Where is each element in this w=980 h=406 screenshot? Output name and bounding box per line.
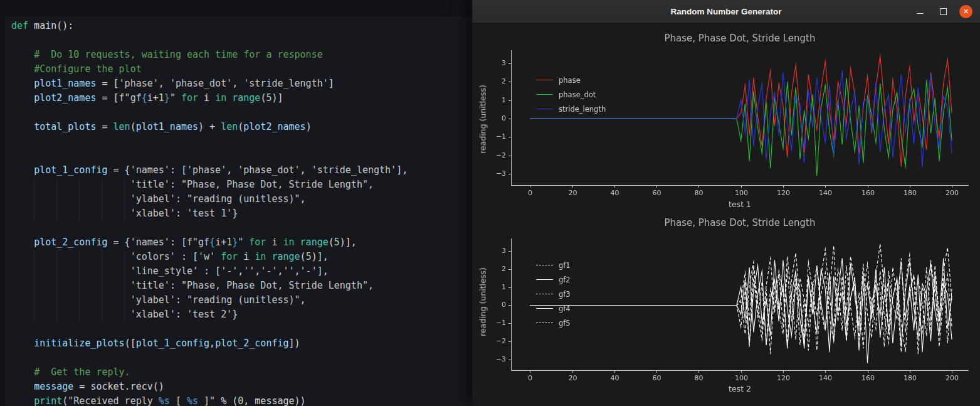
legend-item: gf4 [536, 301, 571, 316]
legend-label: gf4 [559, 304, 571, 313]
maximize-icon [940, 8, 947, 15]
legend-line-sample [536, 94, 553, 95]
code-editor[interactable]: def main(): # Do 10 requests, waiting ea… [0, 0, 472, 406]
window-titlebar[interactable]: Random Number Generator ✕ [472, 0, 980, 23]
code-line[interactable]: print("Received reply %s [ %s ]" % (0, m… [11, 394, 408, 406]
random-number-generator-window: Random Number Generator ✕ Phase, Phase D… [472, 0, 980, 406]
code-line[interactable]: #Configure the plot [11, 62, 408, 77]
legend-line-sample [536, 308, 553, 309]
legend-item: phase [536, 73, 606, 87]
plot-1-xlabel: test 1 [511, 200, 969, 209]
code-line[interactable]: plot2_names = [f"gf{i+1}" for i in range… [11, 91, 408, 105]
legend-item: gf1 [536, 258, 571, 272]
minimize-button[interactable] [913, 4, 927, 18]
legend-label: gf3 [559, 290, 571, 299]
plot-1-ylabel: reading (unitless) [478, 85, 488, 154]
plot-1-legend: phasephase_dotstride_length [536, 73, 606, 116]
code-line[interactable]: 'xlabel': 'test 1'} [11, 206, 408, 221]
code-line[interactable]: # Get the reply. [11, 365, 408, 380]
editor-top-strip [0, 0, 472, 16]
legend-item: stride_length [536, 102, 606, 116]
code-line[interactable]: 'colors' : ['w' for i in range(5)], [11, 250, 408, 264]
legend-label: gf2 [559, 275, 571, 284]
minimize-icon [917, 13, 924, 14]
code-line[interactable]: plot_1_config = {'names': ['phase', 'pha… [11, 163, 408, 178]
window-controls: ✕ [913, 0, 972, 23]
code-line[interactable]: 'xlabel': 'test 2'} [11, 307, 408, 322]
code-line[interactable]: 'line_style' : ['-','','-','','-'], [11, 264, 408, 279]
plot-2-ylabel: reading (unitless) [478, 267, 488, 336]
close-icon: ✕ [963, 8, 969, 15]
code-text[interactable]: def main(): # Do 10 requests, waiting ea… [11, 19, 408, 406]
code-line[interactable] [11, 105, 408, 120]
legend-line-sample [536, 323, 553, 323]
plot-1-canvas [472, 23, 980, 214]
code-line[interactable]: def main(): [11, 19, 408, 33]
legend-item: gf2 [536, 272, 571, 287]
plot-2-xlabel: test 2 [511, 384, 969, 393]
legend-line-sample [536, 294, 553, 294]
legend-line-sample [536, 80, 553, 80]
legend-item: gf3 [536, 287, 571, 301]
code-line[interactable] [11, 149, 408, 163]
code-line[interactable]: initialize_plots([plot_1_config,plot_2_c… [11, 336, 408, 351]
legend-label: phase [559, 76, 581, 85]
window-title: Random Number Generator [670, 7, 781, 16]
plot-test-2: Phase, Phase Dot, Stride Length reading … [472, 214, 980, 406]
code-line[interactable]: message = socket.recv() [11, 380, 408, 394]
legend-label: phase_dot [559, 90, 596, 99]
code-line[interactable]: # Do 10 requests, waiting each time for … [11, 48, 408, 62]
legend-label: stride_length [559, 105, 606, 114]
legend-line-sample [536, 265, 553, 265]
legend-item: phase_dot [536, 87, 606, 102]
maximize-button[interactable] [936, 4, 950, 18]
legend-label: gf5 [559, 319, 571, 328]
code-line[interactable]: 'ylabel': "reading (unitless)", [11, 192, 408, 206]
code-line[interactable]: plot_2_config = {'names': [f"gf{i+1}" fo… [11, 235, 408, 250]
code-line[interactable]: 'title': "Phase, Phase Dot, Stride Lengt… [11, 178, 408, 192]
editor-gutter-strip [0, 0, 5, 406]
code-line[interactable]: plot1_names = ['phase', 'phase_dot', 'st… [11, 77, 408, 91]
code-line[interactable] [11, 134, 408, 149]
code-line[interactable]: 'ylabel': "reading (unitless)", [11, 293, 408, 307]
legend-item: gf5 [536, 316, 571, 330]
close-button[interactable]: ✕ [959, 5, 972, 18]
plot-test-1: Phase, Phase Dot, Stride Length reading … [472, 23, 980, 214]
code-line[interactable] [11, 351, 408, 365]
legend-line-sample [536, 109, 553, 109]
legend-line-sample [536, 279, 553, 280]
plot-2-title: Phase, Phase Dot, Stride Length [511, 217, 969, 228]
code-line[interactable]: 'title': "Phase, Phase Dot, Stride Lengt… [11, 279, 408, 293]
code-line[interactable] [11, 33, 408, 48]
code-line[interactable]: total_plots = len(plot1_names) + len(plo… [11, 120, 408, 134]
legend-label: gf1 [559, 261, 571, 270]
code-line[interactable] [11, 221, 408, 235]
code-line[interactable] [11, 322, 408, 336]
plot-2-legend: gf1gf2gf3gf4gf5 [536, 258, 571, 330]
plot-1-title: Phase, Phase Dot, Stride Length [511, 33, 969, 44]
